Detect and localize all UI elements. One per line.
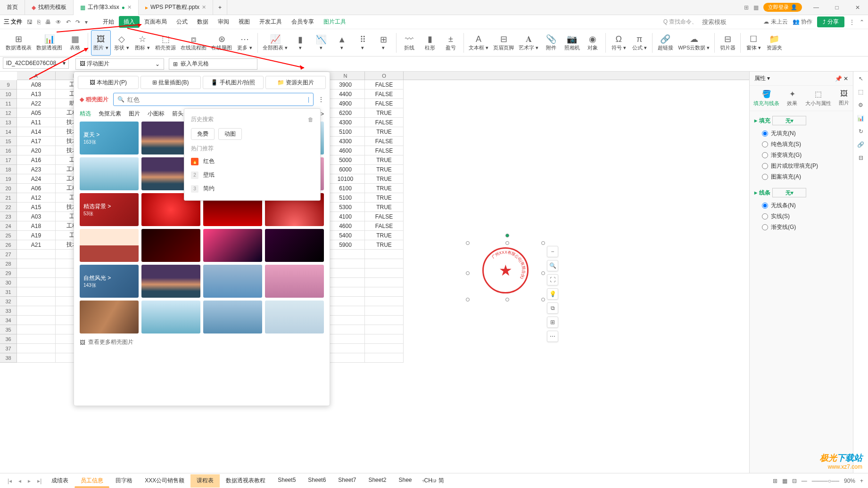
ribbon-tab[interactable]: 开发工具 xyxy=(255,16,287,28)
data-icon[interactable]: ⊟ xyxy=(859,155,863,161)
ribbon-form[interactable]: ☐窗体 ▾ xyxy=(744,30,763,56)
fill-option[interactable]: 图案填充(A) xyxy=(754,171,848,182)
image-thumbnail[interactable] xyxy=(80,301,139,333)
cell[interactable] xyxy=(326,316,365,325)
more-menu-icon[interactable]: ⋮ xyxy=(849,19,855,25)
cell[interactable]: 6200 xyxy=(326,108,365,118)
row-header[interactable]: 26 xyxy=(0,240,17,250)
row-header[interactable]: 31 xyxy=(0,287,17,297)
more-icon[interactable]: ⋮ xyxy=(318,96,324,103)
col-header[interactable]: N xyxy=(326,72,365,80)
cell[interactable]: TRUE xyxy=(365,174,404,184)
zoom-level[interactable]: 90% xyxy=(844,478,855,484)
ribbon-attach[interactable]: 📎附件 xyxy=(541,30,561,56)
cell[interactable] xyxy=(326,297,365,306)
cell[interactable] xyxy=(365,297,404,306)
row-header[interactable]: 25 xyxy=(0,231,17,240)
zoom-out[interactable]: — xyxy=(802,478,807,484)
image-source-button[interactable]: 📱 手机图片/拍照 xyxy=(203,76,264,89)
cell[interactable]: 5900 xyxy=(326,240,365,250)
row-header[interactable]: 15 xyxy=(0,137,17,146)
open-icon[interactable]: ⎘ xyxy=(37,19,41,25)
row-header[interactable]: 19 xyxy=(0,174,17,184)
image-source-button[interactable]: 🖼 本地图片(P) xyxy=(78,76,139,89)
sheet-tab[interactable]: 员工信息 xyxy=(74,474,109,488)
image-category-tab[interactable]: 免抠元素 xyxy=(99,110,121,118)
view-normal-icon[interactable]: ⊞ xyxy=(773,478,777,484)
cell[interactable]: A06 xyxy=(17,184,56,193)
cell[interactable]: 4600 xyxy=(326,221,365,231)
share-button[interactable]: ⤴ 分享 xyxy=(817,16,844,27)
cell[interactable] xyxy=(326,334,365,344)
collab-button[interactable]: 👥 协作 xyxy=(793,18,812,26)
chart-tool-icon[interactable]: 📊 xyxy=(857,115,864,122)
fill-option[interactable]: 渐变填充(G) xyxy=(754,150,848,161)
line-section-header[interactable]: ▸ 线条 无 ▾ xyxy=(754,188,848,197)
cell[interactable]: A21 xyxy=(17,240,56,250)
cell[interactable] xyxy=(17,353,56,363)
sheet-nav-prev[interactable]: ◂ xyxy=(16,478,24,484)
ribbon-object[interactable]: ◉对象 xyxy=(583,30,603,56)
line-select[interactable]: 无 ▾ xyxy=(772,188,806,197)
ribbon-link[interactable]: 🔗超链接 xyxy=(655,30,675,56)
row-header[interactable]: 13 xyxy=(0,118,17,127)
sheet-tab[interactable]: Shee xyxy=(392,474,418,488)
row-header[interactable]: 14 xyxy=(0,127,17,137)
row-header[interactable]: 16 xyxy=(0,146,17,155)
tab-home[interactable]: 首页 xyxy=(0,0,25,15)
cell[interactable]: 6100 xyxy=(326,184,365,193)
close-icon[interactable]: ✕ xyxy=(202,4,206,10)
ribbon-spark3[interactable]: ±盈亏 xyxy=(441,30,461,56)
image-category-tab[interactable]: 精选 xyxy=(80,110,91,118)
minimize-icon[interactable]: — xyxy=(806,0,827,15)
cell[interactable] xyxy=(326,259,365,268)
cell[interactable]: TRUE xyxy=(365,193,404,203)
ribbon-equation[interactable]: π公式 ▾ xyxy=(629,30,649,56)
image-thumbnail[interactable] xyxy=(80,229,139,262)
cell[interactable] xyxy=(365,268,404,278)
ribbon-area[interactable]: ▲ ▾ xyxy=(332,30,352,56)
cell[interactable]: A14 xyxy=(17,127,56,137)
cell[interactable] xyxy=(326,325,365,334)
cell[interactable]: 5400 xyxy=(326,231,365,240)
cell[interactable]: A19 xyxy=(17,231,56,240)
cell[interactable] xyxy=(365,334,404,344)
tab-docer[interactable]: ◆找稻壳模板 xyxy=(25,0,74,15)
row-header[interactable]: 17 xyxy=(0,155,17,165)
cell[interactable] xyxy=(326,306,365,316)
row-header[interactable]: 35 xyxy=(0,325,17,334)
settings-tool-icon[interactable]: ⚙ xyxy=(858,102,863,108)
ribbon-tab[interactable]: 视图 xyxy=(234,16,255,28)
ribbon-image[interactable]: 🖼图片 ▾ xyxy=(91,30,111,56)
row-header[interactable]: 24 xyxy=(0,221,17,231)
cell[interactable] xyxy=(365,278,404,287)
cell[interactable]: FALSE xyxy=(365,89,404,99)
styles-icon[interactable]: ⬚ xyxy=(858,89,863,95)
close-panel-icon[interactable]: ✕ xyxy=(843,75,848,82)
suggest-item[interactable]: 🔥红色 xyxy=(184,155,320,168)
expand-icon[interactable]: ⌃ xyxy=(860,19,864,25)
image-source-button[interactable]: ⊞ 批量插图(B) xyxy=(141,76,201,89)
cell[interactable] xyxy=(17,325,56,334)
image-category-tab[interactable]: 箭头 xyxy=(172,110,183,118)
cell[interactable]: FALSE xyxy=(365,146,404,155)
cell[interactable]: 5100 xyxy=(326,193,365,203)
image-thumbnail[interactable] xyxy=(203,229,262,262)
sheet-tab[interactable]: Sheet6 xyxy=(302,474,332,488)
suggest-item[interactable]: 3简约 xyxy=(184,182,320,195)
cell[interactable]: FALSE xyxy=(365,137,404,146)
cell[interactable]: 3900 xyxy=(326,80,365,89)
image-thumbnail[interactable] xyxy=(80,157,139,190)
row-header[interactable]: 22 xyxy=(0,203,17,212)
cell[interactable]: A24 xyxy=(17,174,56,184)
zoom-in[interactable]: + xyxy=(860,478,863,484)
history-pill[interactable]: 动图 xyxy=(218,128,242,140)
cell[interactable] xyxy=(17,306,56,316)
panel-tab[interactable]: ✦效果 xyxy=(787,89,797,107)
tool-minus[interactable]: − xyxy=(547,246,558,257)
cell[interactable]: 4300 xyxy=(326,137,365,146)
cell[interactable] xyxy=(365,250,404,259)
fill-option[interactable]: 无填充(N) xyxy=(754,128,848,139)
row-header[interactable]: 18 xyxy=(0,165,17,174)
row-header[interactable]: 10 xyxy=(0,89,17,99)
